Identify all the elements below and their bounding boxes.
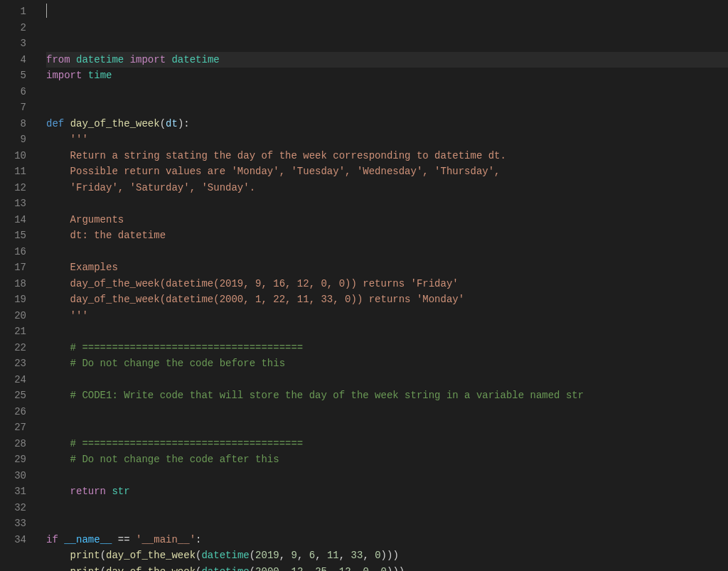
token-builtin: str — [112, 486, 129, 497]
code-line[interactable] — [46, 468, 728, 484]
token-const: __name__ — [64, 534, 112, 545]
code-line[interactable] — [46, 404, 728, 420]
token-op — [46, 566, 70, 572]
token-op — [64, 118, 70, 129]
code-line[interactable]: from datetime import datetime — [46, 52, 728, 68]
token-op — [82, 70, 87, 81]
token-op — [70, 54, 76, 65]
token-op: == — [112, 534, 136, 545]
line-number: 24 — [0, 372, 26, 388]
code-line[interactable]: # Do not change the code after this — [46, 452, 728, 468]
token-fn: day_of_the_week — [70, 118, 160, 129]
line-number: 13 — [0, 196, 26, 212]
line-number: 33 — [0, 516, 26, 532]
code-line[interactable] — [46, 372, 728, 388]
code-line[interactable]: def day_of_the_week(dt): — [46, 116, 728, 132]
code-line[interactable]: print(day_of_the_week(datetime(2019, 9, … — [46, 548, 728, 564]
line-number: 25 — [0, 388, 26, 404]
code-line[interactable] — [46, 100, 728, 116]
token-str: '__main__' — [136, 534, 196, 545]
line-number-gutter: 1234567891011121314151617181920212223242… — [0, 0, 39, 571]
code-line[interactable]: # ===================================== — [46, 340, 728, 356]
token-num: 12 — [291, 566, 304, 572]
token-punct: , — [339, 550, 351, 561]
line-number: 18 — [0, 276, 26, 292]
token-num: 0 — [363, 566, 368, 572]
line-number: 1 — [0, 4, 26, 20]
line-number: 19 — [0, 292, 26, 308]
code-line[interactable] — [46, 516, 728, 532]
token-op — [46, 294, 70, 305]
token-punct: , — [315, 550, 327, 561]
token-str: Arguments — [70, 214, 124, 225]
token-str: Examples — [70, 262, 118, 273]
token-op — [46, 182, 70, 193]
code-line[interactable]: ''' — [46, 132, 728, 148]
line-number: 9 — [0, 132, 26, 148]
code-line[interactable] — [46, 196, 728, 212]
code-line[interactable]: # Do not change the code before this — [46, 356, 728, 372]
token-num: 11 — [327, 550, 339, 561]
token-num: 2019 — [255, 550, 279, 561]
token-punct: , — [327, 566, 339, 572]
code-line[interactable] — [46, 500, 728, 516]
code-line[interactable]: # CODE1: Write code that will store the … — [46, 388, 728, 404]
token-num: 9 — [291, 550, 297, 561]
code-line[interactable]: # ===================================== — [46, 436, 728, 452]
token-kw: import — [130, 54, 166, 65]
code-line[interactable]: Examples — [46, 260, 728, 276]
code-line[interactable]: 'Friday', 'Saturday', 'Sunday'. — [46, 180, 728, 196]
token-str: Return a string stating the day of the w… — [70, 150, 506, 161]
line-number: 20 — [0, 308, 26, 324]
line-number: 27 — [0, 420, 26, 436]
code-editor[interactable]: 1234567891011121314151617181920212223242… — [0, 0, 728, 571]
token-num: 12 — [339, 566, 351, 572]
code-line[interactable] — [46, 244, 728, 260]
token-var: dt — [166, 118, 178, 129]
token-op — [46, 342, 70, 353]
code-line[interactable]: if __name__ == '__main__': — [46, 532, 728, 548]
code-line[interactable] — [46, 324, 728, 340]
token-punct: ))) — [381, 550, 399, 561]
token-str: day_of_the_week(datetime(2019, 9, 16, 12… — [70, 278, 459, 289]
vertical-scrollbar[interactable] — [718, 0, 728, 571]
token-builtin: datetime — [201, 566, 249, 572]
code-line[interactable]: Possible return values are 'Monday', 'Tu… — [46, 164, 728, 180]
line-number: 12 — [0, 180, 26, 196]
line-number: 5 — [0, 68, 26, 84]
code-line[interactable]: day_of_the_week(datetime(2019, 9, 16, 12… — [46, 276, 728, 292]
token-def: def — [46, 118, 64, 129]
line-number: 2 — [0, 20, 26, 36]
code-line[interactable] — [46, 420, 728, 436]
token-cmt: # ===================================== — [70, 342, 304, 353]
token-fn: print — [70, 566, 100, 572]
token-num: 0 — [375, 550, 380, 561]
code-line[interactable]: Return a string stating the day of the w… — [46, 148, 728, 164]
token-mod: datetime — [76, 54, 124, 65]
code-area[interactable]: from datetime import datetimeimport time… — [39, 0, 728, 571]
token-kw: return — [70, 486, 106, 497]
code-line[interactable]: dt: the datetime — [46, 228, 728, 244]
token-str: dt: the datetime — [70, 230, 166, 241]
token-op — [46, 134, 70, 145]
code-line[interactable] — [46, 84, 728, 100]
code-line[interactable]: import time — [46, 68, 728, 84]
code-line[interactable]: day_of_the_week(datetime(2000, 1, 22, 11… — [46, 292, 728, 308]
code-line[interactable]: return str — [46, 484, 728, 500]
line-number: 26 — [0, 404, 26, 420]
token-punct: ( — [100, 566, 106, 572]
line-number: 14 — [0, 212, 26, 228]
code-line[interactable]: Arguments — [46, 212, 728, 228]
code-line[interactable]: ''' — [46, 308, 728, 324]
token-op — [46, 166, 70, 177]
code-line[interactable]: print(day_of_the_week(datetime(2000, 12,… — [46, 564, 728, 572]
line-number: 10 — [0, 148, 26, 164]
token-op — [46, 214, 70, 225]
token-fn: print — [70, 550, 100, 561]
line-number: 11 — [0, 164, 26, 180]
token-str: 'Friday', 'Saturday', 'Sunday'. — [70, 182, 255, 193]
token-cmt: # ===================================== — [70, 438, 304, 449]
token-punct: , — [369, 566, 381, 572]
scroll-thumb[interactable] — [718, 0, 728, 571]
token-op — [46, 550, 70, 561]
